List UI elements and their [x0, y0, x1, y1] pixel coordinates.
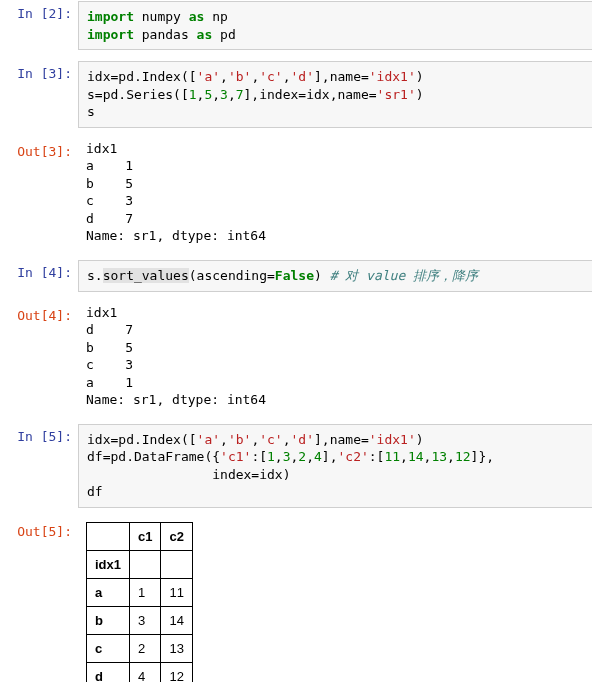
cell-in-5: In [5]: idx=pd.Index(['a','b','c','d'],n…: [0, 423, 592, 518]
code-number: 13: [431, 449, 447, 464]
code-text: pandas: [134, 27, 197, 42]
output-text-4: idx1 d 7 b 5 c 3 a 1 Name: sr1, dtype: i…: [78, 302, 592, 423]
in-prompt-4: In [4]:: [0, 259, 78, 302]
table-indexname-row: idx1: [87, 551, 193, 579]
code-number: 2: [298, 449, 306, 464]
code-string: 'd': [291, 432, 314, 447]
code-text: ,: [447, 449, 455, 464]
table-cell: 14: [161, 607, 192, 635]
table-blank-header: [130, 551, 161, 579]
code-text: ): [416, 432, 424, 447]
code-number: 12: [455, 449, 471, 464]
code-string: 'd': [291, 69, 314, 84]
keyword-as: as: [189, 9, 205, 24]
code-const: False: [275, 268, 314, 283]
keyword-as: as: [197, 27, 213, 42]
code-text: idx=pd.Index([: [87, 69, 197, 84]
function-name: sort_values: [103, 268, 189, 283]
table-row: d 4 12: [87, 663, 193, 682]
table-index-name: idx1: [87, 551, 130, 579]
code-string: 'a': [197, 432, 220, 447]
code-input-3[interactable]: idx=pd.Index(['a','b','c','d'],name='idx…: [78, 61, 592, 128]
code-text: ],name=: [314, 432, 369, 447]
code-text: ,: [220, 432, 228, 447]
code-number: 3: [283, 449, 291, 464]
in-prompt-2: In [2]:: [0, 0, 78, 60]
in-prompt-5: In [5]:: [0, 423, 78, 518]
cell-out-3: Out[3]: idx1 a 1 b 5 c 3 d 7 Name: sr1, …: [0, 138, 592, 259]
code-text: s=pd.Series([: [87, 87, 189, 102]
code-string: 'b': [228, 69, 251, 84]
table-cell: 2: [130, 635, 161, 663]
cell-out-4: Out[4]: idx1 d 7 b 5 c 3 a 1 Name: sr1, …: [0, 302, 592, 423]
in-prompt-3: In [3]:: [0, 60, 78, 138]
table-row-index: b: [87, 607, 130, 635]
table-cell: 12: [161, 663, 192, 682]
code-text: ],: [322, 449, 338, 464]
output-table-5: c1 c2 idx1 a 1 11 b 3 14 c 2 13: [78, 518, 592, 682]
code-number: 1: [189, 87, 197, 102]
code-text: ): [314, 268, 330, 283]
output-text-3: idx1 a 1 b 5 c 3 d 7 Name: sr1, dtype: i…: [78, 138, 592, 259]
code-number: 4: [314, 449, 322, 464]
code-string: 'idx1': [369, 69, 416, 84]
code-text: ],name=: [314, 69, 369, 84]
table-cell: 4: [130, 663, 161, 682]
code-text: ]},: [471, 449, 494, 464]
table-cell: 3: [130, 607, 161, 635]
code-text: numpy: [134, 9, 189, 24]
code-number: 11: [384, 449, 400, 464]
table-cell: 13: [161, 635, 192, 663]
code-text: s: [87, 104, 95, 119]
table-row: b 3 14: [87, 607, 193, 635]
dataframe-table: c1 c2 idx1 a 1 11 b 3 14 c 2 13: [86, 522, 193, 682]
cell-in-3: In [3]: idx=pd.Index(['a','b','c','d'],n…: [0, 60, 592, 138]
code-text: ,: [283, 432, 291, 447]
code-text: ,: [275, 449, 283, 464]
code-text: ,: [212, 87, 220, 102]
code-text: ],index=idx,name=: [244, 87, 377, 102]
code-text: ,: [306, 449, 314, 464]
table-row: c 2 13: [87, 635, 193, 663]
code-text: ,: [228, 87, 236, 102]
out-prompt-4: Out[4]:: [0, 302, 78, 423]
table-row: a 1 11: [87, 579, 193, 607]
keyword-import: import: [87, 27, 134, 42]
code-text: :[: [251, 449, 267, 464]
code-input-5[interactable]: idx=pd.Index(['a','b','c','d'],name='idx…: [78, 424, 592, 508]
code-string: 'c': [259, 69, 282, 84]
cell-out-5: Out[5]: c1 c2 idx1 a 1 11 b 3 14: [0, 518, 592, 682]
code-number: 3: [220, 87, 228, 102]
table-header-row: c1 c2: [87, 523, 193, 551]
code-comment: # 对 value 排序，降序: [330, 268, 478, 283]
table-cell: 11: [161, 579, 192, 607]
code-text: index=idx): [87, 467, 291, 482]
code-input-4[interactable]: s.sort_values(ascending=False) # 对 value…: [78, 260, 592, 292]
code-text: ,: [283, 69, 291, 84]
table-row-index: c: [87, 635, 130, 663]
code-text: ): [416, 87, 424, 102]
code-string: 'c2': [337, 449, 368, 464]
code-string: 'c1': [220, 449, 251, 464]
table-row-index: d: [87, 663, 130, 682]
code-text: pd: [212, 27, 235, 42]
table-col-c2: c2: [161, 523, 192, 551]
out-prompt-5: Out[5]:: [0, 518, 78, 682]
code-text: np: [204, 9, 227, 24]
code-string: 'sr1': [377, 87, 416, 102]
code-text: idx=pd.Index([: [87, 432, 197, 447]
code-number: 14: [408, 449, 424, 464]
code-text: df=pd.DataFrame({: [87, 449, 220, 464]
code-text: (ascending=: [189, 268, 275, 283]
cell-in-2: In [2]: import numpy as np import pandas…: [0, 0, 592, 60]
code-number: 7: [236, 87, 244, 102]
code-text: ,: [400, 449, 408, 464]
code-string: 'a': [197, 69, 220, 84]
table-blank-header: [161, 551, 192, 579]
code-input-2[interactable]: import numpy as np import pandas as pd: [78, 1, 592, 50]
out-prompt-3: Out[3]:: [0, 138, 78, 259]
code-text: df: [87, 484, 103, 499]
code-text: ,: [220, 69, 228, 84]
code-text: ): [416, 69, 424, 84]
code-string: 'c': [259, 432, 282, 447]
